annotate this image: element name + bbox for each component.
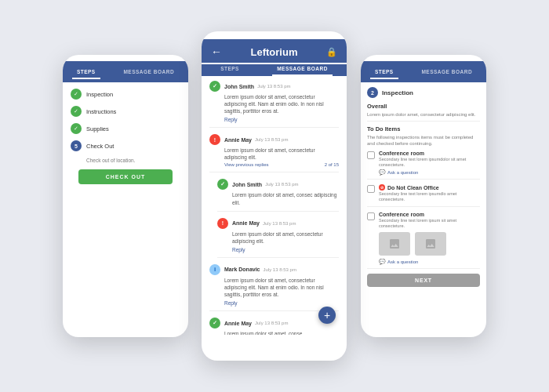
msg-time-3: July 13 8:53 pm (265, 182, 298, 187)
chat-icon-3: 💬 (379, 259, 386, 265)
tab-messageboard-left[interactable]: MESSAGE BOARD (118, 67, 179, 79)
img-placeholder-2 (415, 232, 446, 256)
step-item-checkout: 5 Check Out (71, 140, 180, 151)
left-phone-tabs: STEPS MESSAGE BOARD (63, 67, 188, 79)
todo-checkbox-1[interactable] (367, 151, 375, 159)
step-label-3: Supplies (86, 125, 109, 132)
step-icon-check-1: ✓ (71, 89, 82, 100)
msg-author-row-5: i Mark Donavic July 13 8:53 pm (209, 264, 339, 275)
msg-author-row-1: ✓ John Smith July 13 8:53 pm (209, 81, 339, 92)
todo-item-content-3: Conference room Secondary line text lore… (379, 212, 480, 265)
step-item-instructions: ✓ Instructions (71, 106, 180, 117)
divider-1 (367, 121, 480, 122)
checkout-button[interactable]: CHECK OUT (78, 169, 173, 184)
lock-icon: 🔒 (326, 47, 337, 57)
tab-steps-right[interactable]: STEPS (370, 67, 398, 79)
todo-item-content-2: ⊘ Do Not Clean Office Secondary line tex… (379, 184, 480, 202)
tab-messageboard-right[interactable]: MESSAGE BOARD (416, 67, 477, 79)
inspection-header: 2 Inspection (367, 87, 480, 98)
msg-text-1: Lorem ipsum dolor sit amet, consectetur … (224, 93, 339, 114)
msg-reply-1[interactable]: Reply (224, 117, 339, 122)
message-item-5: i Mark Donavic July 13 8:53 pm Lorem ips… (209, 264, 339, 311)
back-arrow-icon[interactable]: ← (211, 45, 222, 58)
todo-title: To Do Items (367, 125, 480, 132)
checkout-desc: Check out of location. (86, 158, 180, 163)
todo-item-1: Conference room Secondary line text lore… (367, 151, 480, 180)
msg-time-4: July 13 8:53 pm (263, 221, 296, 226)
steps-list: ✓ Inspection ✓ Instructions ✓ Supplies 5… (63, 82, 188, 195)
message-item-2: ! Annie May July 13 8:53 pm Lorem ipsum … (209, 134, 339, 172)
msg-reply-4[interactable]: Reply (232, 247, 339, 252)
center-phone-body: ✓ John Smith July 13 8:53 pm Lorem ipsum… (202, 76, 347, 335)
todo-checkbox-2[interactable] (367, 185, 375, 193)
view-replies-link[interactable]: View previous replies (224, 162, 269, 167)
msg-time-5: July 13 8:53 pm (264, 267, 296, 272)
right-phone-header: STEPS MESSAGE BOARD (361, 61, 486, 82)
center-phone-tabs: STEPS MESSAGE BOARD (202, 64, 347, 76)
tab-steps-center[interactable]: STEPS (216, 64, 244, 76)
img-placeholder-1 (379, 232, 410, 256)
todo-item-title-1: Conference room (379, 151, 480, 156)
inspection-content: 2 Inspection Overall Lorem ipsum dolor a… (361, 82, 486, 292)
ask-question-3[interactable]: 💬 Ask a question (379, 259, 480, 265)
msg-avatar-3: ✓ (217, 179, 228, 190)
ask-question-label-1[interactable]: Ask a question (387, 170, 418, 175)
step-icon-number-4: 5 (71, 140, 82, 151)
message-item-1: ✓ John Smith July 13 8:53 pm Lorem ipsum… (209, 81, 339, 128)
step-item-inspection: ✓ Inspection (71, 89, 180, 100)
notch-left (110, 55, 141, 61)
msg-avatar-1: ✓ (209, 81, 220, 92)
notch-center (255, 31, 294, 39)
step-item-supplies: ✓ Supplies (71, 123, 180, 134)
todo-item-sub-1: Secondary line text lorem ipsumdolor sit… (379, 157, 480, 168)
msg-avatar-5: i (209, 264, 220, 275)
msg-view-replies-2[interactable]: View previous replies 2 of 15 (224, 162, 339, 167)
image-icon-1 (388, 238, 401, 250)
tab-steps-left[interactable]: STEPS (72, 67, 100, 79)
inspection-title: Inspection (382, 89, 413, 96)
msg-time-1: July 13 8:53 pm (257, 84, 290, 89)
right-phone-body: 2 Inspection Overall Lorem ipsum dolor a… (361, 82, 486, 324)
todo-title-text-2: Do Not Clean Office (387, 185, 439, 191)
todo-item-title-2: ⊘ Do Not Clean Office (379, 184, 480, 191)
next-button[interactable]: NEXT (367, 274, 480, 287)
todo-item-sub-2: Secondary line text lorem ipsumdlo amet … (379, 191, 480, 202)
notch-right (408, 55, 439, 61)
ask-question-label-3[interactable]: Ask a question (387, 260, 418, 264)
todo-checkbox-3[interactable] (367, 212, 375, 220)
todo-item-3: Conference room Secondary line text lore… (367, 212, 480, 269)
message-item-4: ! Annie May July 13 8:53 pm Lorem ipsum … (217, 218, 339, 258)
right-phone: STEPS MESSAGE BOARD 2 Inspection Overall… (361, 55, 486, 337)
reply-count: 2 of 15 (325, 162, 339, 167)
left-phone: STEPS MESSAGE BOARD ✓ Inspection ✓ Instr… (63, 55, 188, 337)
tab-messageboard-center[interactable]: MESSAGE BOARD (272, 64, 333, 76)
step-badge: 2 (367, 87, 378, 98)
msg-text-5: Lorem ipsum dolor sit amet, consectetur … (224, 277, 339, 298)
step-label-2: Instructions (86, 108, 116, 115)
msg-time-2: July 13 8:53 pm (255, 137, 288, 142)
step-label-4: Check Out (86, 143, 114, 150)
todo-item-content-1: Conference room Secondary line text lore… (379, 151, 480, 176)
todo-item-sub-3: Secondary line text lorem ipsum sit amet… (379, 218, 480, 229)
fab-button[interactable]: + (318, 307, 336, 324)
step-icon-check-3: ✓ (71, 123, 82, 134)
left-phone-body: ✓ Inspection ✓ Instructions ✓ Supplies 5… (63, 82, 188, 324)
msg-author-5: Mark Donavic (224, 267, 260, 272)
msg-text-3: Lorem ipsum dolor sit amet, consec adipi… (232, 191, 339, 205)
todo-item-title-3: Conference room (379, 212, 480, 217)
msg-text-2: Lorem ipsum dolor sit amet, consectetur … (224, 147, 339, 161)
msg-author-4: Annie May (232, 220, 260, 226)
msg-avatar-2: ! (209, 134, 220, 145)
image-icon-2 (424, 238, 437, 250)
center-nav: ← Leftorium 🔒 (202, 39, 347, 63)
app-title: Leftorium (251, 46, 298, 58)
ask-question-1[interactable]: 💬 Ask a question (379, 169, 480, 176)
msg-reply-5[interactable]: Reply (224, 300, 339, 306)
overall-text: Lorem ipsum dolor amet, consectetur adip… (367, 111, 480, 118)
step-label-1: Inspection (86, 91, 113, 98)
msg-author-6: Annie May (224, 321, 252, 326)
chat-icon-1: 💬 (379, 169, 386, 176)
msg-author-1: John Smith (224, 84, 254, 89)
no-clean-badge: ⊘ (379, 184, 385, 191)
msg-time-6: July 13 8:53 pm (255, 321, 288, 325)
